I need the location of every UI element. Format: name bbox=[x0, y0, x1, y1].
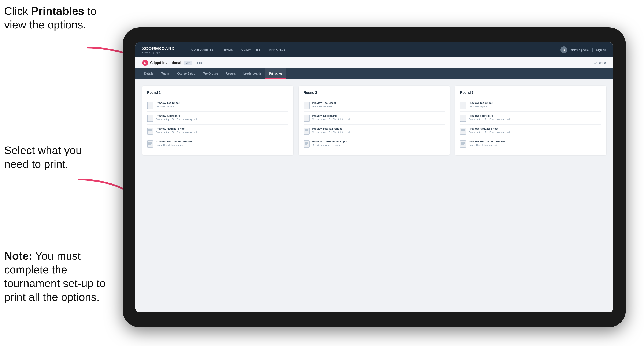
r3-tournament-report-text: Preview Tournament Report Round Completi… bbox=[468, 140, 505, 146]
r2-tee-sheet-icon bbox=[304, 102, 310, 109]
r2-scorecard-req: Course setup + Tee Sheet data required bbox=[312, 118, 353, 121]
r2-tournament-report-req: Round Completion required bbox=[312, 144, 348, 146]
svg-rect-18 bbox=[304, 102, 309, 109]
user-avatar: B bbox=[560, 46, 567, 53]
round-3-column: Round 3 Preview Tee Sheet bbox=[455, 86, 606, 155]
tournament-badge: Men bbox=[184, 61, 192, 65]
r3-scorecard-req: Course setup + Tee Sheet data required bbox=[468, 118, 510, 121]
r1-scorecard-name: Preview Scorecard bbox=[156, 114, 197, 117]
tab-results[interactable]: Results bbox=[222, 68, 240, 79]
r1-tournament-report-name: Preview Tournament Report bbox=[156, 140, 192, 143]
logo-title: SCOREBOARD bbox=[142, 46, 175, 51]
tab-teams[interactable]: Teams bbox=[157, 68, 173, 79]
top-nav-links: TOURNAMENTS TEAMS COMMITTEE RANKINGS bbox=[185, 42, 560, 57]
sub-header: C Clippd Invitational Men Hosting Cancel… bbox=[135, 57, 613, 68]
cancel-button[interactable]: Cancel ✕ bbox=[594, 61, 606, 65]
top-nav: SCOREBOARD Powered by clippd TOURNAMENTS… bbox=[135, 42, 613, 57]
r2-raguzzi-icon bbox=[304, 128, 310, 135]
r2-tee-sheet-name: Preview Tee Sheet bbox=[312, 101, 336, 105]
svg-rect-6 bbox=[147, 115, 153, 122]
annotation-note-label: Note: bbox=[4, 250, 32, 262]
tournament-icon: C bbox=[142, 60, 148, 66]
svg-rect-42 bbox=[460, 128, 466, 135]
r2-tournament-report[interactable]: Preview Tournament Report Round Completi… bbox=[304, 138, 445, 150]
r1-scorecard-text: Preview Scorecard Course setup + Tee She… bbox=[156, 114, 197, 121]
r2-scorecard[interactable]: Preview Scorecard Course setup + Tee She… bbox=[304, 112, 445, 125]
sign-out-link[interactable]: Sign out bbox=[596, 48, 606, 51]
r2-scorecard-icon bbox=[304, 115, 310, 122]
svg-rect-2 bbox=[147, 102, 153, 109]
tab-leaderboards[interactable]: Leaderboards bbox=[240, 68, 265, 79]
r3-tee-sheet-req: Tee Sheet required bbox=[468, 105, 492, 108]
r1-tournament-report[interactable]: Preview Tournament Report Round Completi… bbox=[147, 138, 288, 150]
r2-raguzzi-text: Preview Raguzzi Sheet Course setup + Tee… bbox=[312, 127, 353, 133]
nav-teams[interactable]: TEAMS bbox=[218, 42, 237, 57]
svg-rect-38 bbox=[460, 115, 466, 122]
svg-rect-10 bbox=[147, 128, 153, 135]
r1-tee-sheet[interactable]: Preview Tee Sheet Tee Sheet required bbox=[147, 99, 288, 112]
logo: SCOREBOARD Powered by clippd bbox=[142, 46, 175, 54]
r1-tee-sheet-req: Tee Sheet required bbox=[156, 105, 180, 108]
r1-raguzzi-text: Preview Raguzzi Sheet Course setup + Tee… bbox=[156, 127, 197, 133]
annotation-bottom: Note: You must complete the tournament s… bbox=[4, 249, 106, 304]
nav-rankings[interactable]: RANKINGS bbox=[265, 42, 290, 57]
hosting-badge: Hosting bbox=[195, 61, 204, 64]
r1-scorecard[interactable]: Preview Scorecard Course setup + Tee She… bbox=[147, 112, 288, 125]
r2-scorecard-text: Preview Scorecard Course setup + Tee She… bbox=[312, 114, 353, 121]
powered-by: Powered by clippd bbox=[142, 51, 175, 54]
r3-scorecard-name: Preview Scorecard bbox=[468, 114, 510, 117]
r2-tournament-report-text: Preview Tournament Report Round Completi… bbox=[312, 140, 348, 146]
svg-rect-26 bbox=[304, 128, 309, 135]
r1-scorecard-icon bbox=[147, 115, 153, 122]
annotation-top: Click Printables to view the options. bbox=[4, 4, 106, 32]
r2-tee-sheet[interactable]: Preview Tee Sheet Tee Sheet required bbox=[304, 99, 445, 112]
r1-tournament-report-text: Preview Tournament Report Round Completi… bbox=[156, 140, 192, 146]
r2-tee-sheet-text: Preview Tee Sheet Tee Sheet required bbox=[312, 101, 336, 108]
r3-raguzzi-name: Preview Raguzzi Sheet bbox=[468, 127, 510, 130]
r2-scorecard-name: Preview Scorecard bbox=[312, 114, 353, 117]
tournament-name: Clippd Invitational bbox=[150, 61, 181, 65]
r3-tournament-report[interactable]: Preview Tournament Report Round Completi… bbox=[460, 138, 601, 150]
annotation-middle: Select what you need to print. bbox=[4, 144, 106, 171]
tab-bar: Details Teams Course Setup Tee Groups Re… bbox=[135, 68, 613, 79]
r3-tee-sheet-name: Preview Tee Sheet bbox=[468, 101, 492, 105]
svg-rect-30 bbox=[304, 141, 309, 147]
rounds-container: Round 1 Preview Tee Sheet bbox=[142, 86, 606, 155]
tablet-shell: SCOREBOARD Powered by clippd TOURNAMENTS… bbox=[123, 27, 626, 327]
r3-tee-sheet[interactable]: Preview Tee Sheet Tee Sheet required bbox=[460, 99, 601, 112]
r3-raguzzi-req: Course setup + Tee Sheet data required bbox=[468, 131, 510, 133]
svg-rect-22 bbox=[304, 115, 309, 122]
top-nav-right: B blair@clippd.io | Sign out bbox=[560, 46, 606, 53]
r1-tournament-report-req: Round Completion required bbox=[156, 144, 192, 146]
tab-details[interactable]: Details bbox=[140, 68, 157, 79]
r2-raguzzi-req: Course setup + Tee Sheet data required bbox=[312, 131, 353, 133]
r2-raguzzi[interactable]: Preview Raguzzi Sheet Course setup + Tee… bbox=[304, 125, 445, 138]
round-2-title: Round 2 bbox=[304, 91, 445, 95]
r1-raguzzi-name: Preview Raguzzi Sheet bbox=[156, 127, 197, 130]
svg-rect-14 bbox=[147, 141, 153, 147]
nav-committee[interactable]: COMMITTEE bbox=[237, 42, 265, 57]
r1-tee-sheet-icon bbox=[147, 102, 153, 109]
r3-raguzzi[interactable]: Preview Raguzzi Sheet Course setup + Tee… bbox=[460, 125, 601, 138]
separator: | bbox=[592, 48, 593, 52]
r3-tee-sheet-icon bbox=[460, 102, 466, 109]
r3-tournament-report-name: Preview Tournament Report bbox=[468, 140, 505, 143]
r2-tee-sheet-req: Tee Sheet required bbox=[312, 105, 336, 108]
r3-tee-sheet-text: Preview Tee Sheet Tee Sheet required bbox=[468, 101, 492, 108]
tablet-screen: SCOREBOARD Powered by clippd TOURNAMENTS… bbox=[135, 42, 613, 313]
nav-tournaments[interactable]: TOURNAMENTS bbox=[185, 42, 218, 57]
tab-printables[interactable]: Printables bbox=[265, 68, 286, 79]
round-3-title: Round 3 bbox=[460, 91, 601, 95]
r1-raguzzi[interactable]: Preview Raguzzi Sheet Course setup + Tee… bbox=[147, 125, 288, 138]
r3-raguzzi-text: Preview Raguzzi Sheet Course setup + Tee… bbox=[468, 127, 510, 133]
tab-tee-groups[interactable]: Tee Groups bbox=[199, 68, 222, 79]
r2-tournament-report-name: Preview Tournament Report bbox=[312, 140, 348, 143]
r3-tournament-report-icon bbox=[460, 140, 466, 148]
r3-scorecard-icon bbox=[460, 115, 466, 122]
r2-tournament-report-icon bbox=[304, 140, 310, 148]
svg-rect-34 bbox=[460, 102, 466, 109]
tab-course-setup[interactable]: Course Setup bbox=[173, 68, 199, 79]
round-1-title: Round 1 bbox=[147, 91, 288, 95]
main-content: Round 1 Preview Tee Sheet bbox=[135, 79, 613, 313]
r3-scorecard[interactable]: Preview Scorecard Course setup + Tee She… bbox=[460, 112, 601, 125]
